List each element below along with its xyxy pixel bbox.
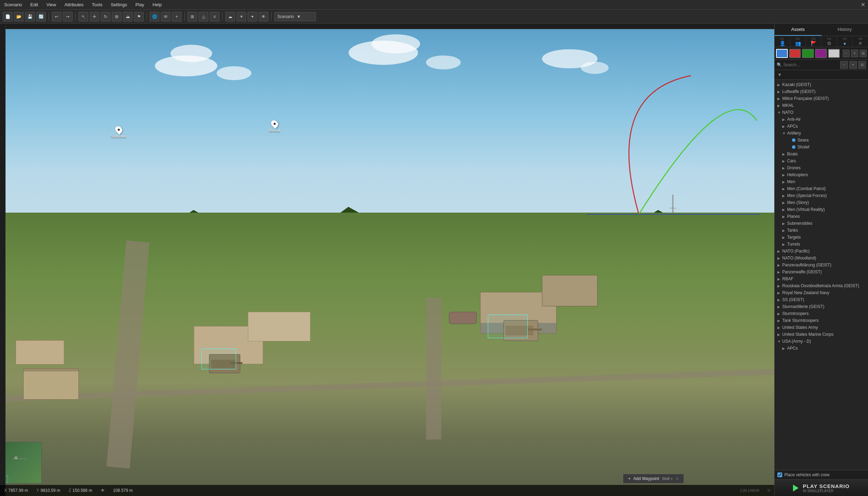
toolbar-globe-btn[interactable]: 🌐: [150, 12, 159, 22]
tree-item-2[interactable]: ▶Luftwaffe (GEIST): [775, 88, 868, 95]
toolbar-save-btn[interactable]: 💾: [25, 12, 35, 22]
filter-blue-btn[interactable]: [776, 49, 788, 58]
menu-play[interactable]: Play: [134, 1, 145, 8]
place-with-crew-checkbox[interactable]: [777, 472, 782, 477]
window-close-button[interactable]: ✕: [861, 1, 865, 8]
play-scenario-button[interactable]: PLAY SCENARIO IN SINGLEPLAYER: [775, 479, 868, 496]
fkey-f6[interactable]: F6 ✕: [853, 36, 868, 47]
tree-item-19[interactable]: ▶Men (Virtual Reality): [775, 206, 868, 213]
minimap[interactable]: [0, 442, 42, 484]
tree-item-1[interactable]: ▶Kazaki (GEIST): [775, 81, 868, 88]
tab-assets[interactable]: Assets: [775, 24, 821, 36]
toolbar-undo-btn[interactable]: ↩: [52, 12, 61, 22]
menu-scenario[interactable]: Scenario: [3, 1, 23, 8]
search-grid-btn[interactable]: ⊟: [858, 61, 866, 69]
tree-item-36[interactable]: ▶United States Army: [775, 324, 868, 331]
tree-item-12[interactable]: ▶Cars: [775, 157, 868, 164]
tree-item-9[interactable]: Seara: [775, 137, 868, 144]
tree-item-3[interactable]: ▶Milice Française (GEIST): [775, 95, 868, 102]
toolbar-plus-btn[interactable]: +: [172, 12, 182, 22]
fkey-f4[interactable]: F4 ⚙: [821, 36, 837, 47]
toolbar-waypoint-btn[interactable]: ⚑: [134, 12, 144, 22]
fkey-f1[interactable]: F1 👤: [775, 36, 790, 47]
menu-help[interactable]: Help: [151, 1, 163, 8]
tree-item-28[interactable]: ▶Panzerwaffe (GEIST): [775, 268, 868, 275]
toolbar-time-btn[interactable]: ☀: [236, 12, 246, 22]
filter-add-btn[interactable]: +: [851, 50, 858, 57]
tree-item-6[interactable]: ▶Anti-Air: [775, 116, 868, 123]
tree-item-4[interactable]: ▶MKHL: [775, 102, 868, 109]
tree-item-22[interactable]: ▶Tanks: [775, 227, 868, 234]
tree-item-33[interactable]: ▶Sturmartillerie (GEIST): [775, 303, 868, 310]
toolbar-rotate-btn[interactable]: ↻: [101, 12, 110, 22]
tree-item-5[interactable]: ▼NATO: [775, 109, 868, 116]
tree-item-16[interactable]: ▶Men (Combat Patrol): [775, 185, 868, 192]
tree-item-38[interactable]: ▼USA (Army - D): [775, 338, 868, 345]
filter-red-btn[interactable]: [789, 49, 801, 58]
cloud-5: [372, 34, 420, 53]
toolbar-scale-btn[interactable]: ⊞: [112, 12, 122, 22]
category-dropdown[interactable]: ▼: [775, 70, 868, 80]
menu-view[interactable]: View: [45, 1, 58, 8]
filter-green-btn[interactable]: [802, 49, 814, 58]
version-text: 2.08.149049: [740, 489, 759, 493]
tree-item-26[interactable]: ▶NATO (Woodland): [775, 255, 868, 262]
toolbar-reload-btn[interactable]: 🔄: [36, 12, 46, 22]
toolbar-open-btn[interactable]: 📂: [14, 12, 24, 22]
toolbar-terrain-btn[interactable]: ⛰: [123, 12, 133, 22]
asset-tree[interactable]: ▶Kazaki (GEIST)▶Luftwaffe (GEIST)▶Milice…: [775, 80, 868, 470]
tree-item-7[interactable]: ▶APCs: [775, 123, 868, 130]
scenario-dropdown[interactable]: Scenario ▼: [274, 12, 316, 21]
tree-item-17[interactable]: ▶Men (Special Forces): [775, 192, 868, 199]
menu-attributes[interactable]: Attributes: [63, 1, 85, 8]
menu-settings[interactable]: Settings: [109, 1, 128, 8]
fkey-f3[interactable]: F3 🚩: [806, 36, 821, 47]
menu-edit[interactable]: Edit: [29, 1, 39, 8]
search-plus-btn[interactable]: +: [849, 61, 857, 69]
tree-item-39[interactable]: ▶APCs: [775, 345, 868, 352]
fkey-f2[interactable]: F2 👥: [790, 36, 806, 47]
tree-item-31[interactable]: ▶Royal New Zealand Navy: [775, 289, 868, 296]
tree-item-8[interactable]: ▼Artillery: [775, 130, 868, 137]
tree-item-10[interactable]: Sholef: [775, 144, 868, 151]
toolbar-grid-btn[interactable]: ⊞: [187, 12, 197, 22]
tree-item-29[interactable]: ▶RBAF: [775, 275, 868, 282]
tree-item-34[interactable]: ▶Sturmtroopers: [775, 310, 868, 317]
tree-item-30[interactable]: ▶Rouskaia Osvoboditelnaïa Armia (GEIST): [775, 282, 868, 289]
tree-item-23[interactable]: ▶Targets: [775, 234, 868, 241]
tree-item-15[interactable]: ▶Men: [775, 178, 868, 185]
toolbar-redo-btn[interactable]: ↪: [63, 12, 73, 22]
tree-item-14[interactable]: ▶Helicopters: [775, 171, 868, 178]
filter-purple-btn[interactable]: [815, 49, 827, 58]
tree-item-20[interactable]: ▶Planes: [775, 213, 868, 220]
tree-item-27[interactable]: ▶Panzeraufklärung (GEIST): [775, 262, 868, 268]
menu-tools[interactable]: Tools: [91, 1, 104, 8]
tree-item-37[interactable]: ▶United States Marine Corps: [775, 331, 868, 338]
search-input[interactable]: [783, 62, 839, 67]
viewport[interactable]: Sobotka Brena + Add Waypoint Shift + ⧉ X: [0, 24, 774, 496]
toolbar-triangle-btn[interactable]: △: [199, 12, 208, 22]
search-minus-btn[interactable]: −: [840, 61, 848, 69]
toolbar-layers-btn[interactable]: ≡: [210, 12, 219, 22]
tree-item-35[interactable]: ▶Tank Sturmtroopers: [775, 317, 868, 324]
toolbar-new-btn[interactable]: 📄: [3, 12, 12, 22]
add-waypoint-button[interactable]: + Add Waypoint Shift + ⧉: [623, 474, 684, 484]
tree-item-24[interactable]: ▶Turrets: [775, 241, 868, 248]
tree-item-13[interactable]: ▶Drones: [775, 164, 868, 171]
toolbar-binoculars-btn[interactable]: 👁: [259, 12, 268, 22]
toolbar-weather-btn[interactable]: ☁: [225, 12, 235, 22]
filter-white-btn[interactable]: [828, 49, 840, 58]
tree-item-25[interactable]: ▶NATO (Pacific): [775, 248, 868, 255]
tree-item-21[interactable]: ▶Submersibles: [775, 220, 868, 227]
toolbar-mail-btn[interactable]: ✉: [161, 12, 170, 22]
toolbar-select-btn[interactable]: ↖: [78, 12, 88, 22]
tree-item-18[interactable]: ▶Men (Story): [775, 199, 868, 206]
toolbar-move-btn[interactable]: ✛: [90, 12, 99, 22]
tree-item-11[interactable]: ▶Boats: [775, 151, 868, 157]
fkey-f5[interactable]: F5 ●: [837, 36, 853, 47]
toolbar-sun-btn[interactable]: ✦: [248, 12, 257, 22]
tab-history[interactable]: History: [821, 24, 868, 36]
filter-collapse-btn[interactable]: ⊟: [860, 50, 867, 57]
tree-item-32[interactable]: ▶SS (GEIST): [775, 296, 868, 303]
filter-minus-btn[interactable]: −: [843, 50, 850, 57]
